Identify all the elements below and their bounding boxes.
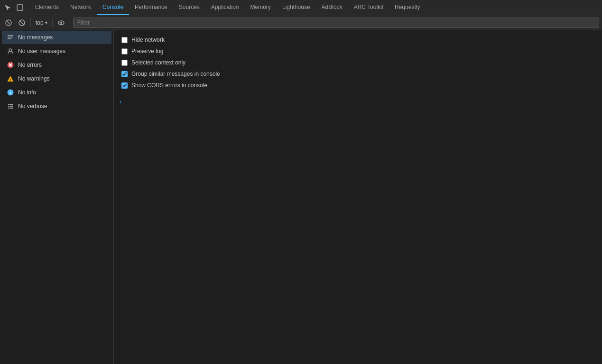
toolbar-sep-2	[52, 18, 53, 27]
option-group-similar[interactable]: Group similar messages in console	[120, 68, 596, 80]
svg-line-2	[7, 21, 10, 24]
sidebar-item-label-verbose: No verbose	[18, 103, 47, 109]
console-prompt-row[interactable]: ›	[114, 95, 602, 108]
option-preserve-log[interactable]: Preserve log	[120, 46, 596, 57]
option-label-show-cors: Show CORS errors in console	[131, 82, 207, 89]
content-panel: Hide network Preserve log Selected conte…	[114, 30, 602, 364]
tab-adblock[interactable]: AdBlock	[316, 0, 348, 15]
checkbox-show-cors[interactable]	[121, 82, 128, 89]
svg-rect-0	[17, 5, 23, 10]
option-label-group-similar: Group similar messages in console	[131, 71, 220, 77]
context-dropdown[interactable]: top ▾	[34, 18, 49, 27]
devtools-cursor-icon[interactable]	[2, 2, 13, 13]
tab-sources[interactable]: Sources	[173, 0, 205, 15]
option-label-selected-context: Selected context only	[131, 59, 185, 66]
toolbar: top ▾	[0, 15, 602, 30]
sidebar-item-label-info: No info	[18, 89, 36, 96]
svg-rect-7	[8, 35, 13, 36]
devtools-inspect-icon[interactable]	[14, 2, 26, 13]
svg-rect-21	[9, 106, 13, 107]
context-dropdown-label: top	[36, 19, 44, 26]
tab-requestly[interactable]: Requestly	[389, 0, 426, 15]
toolbar-sep-1	[30, 18, 31, 27]
sidebar-item-verbose[interactable]: No verbose	[2, 100, 111, 113]
svg-text:i: i	[10, 91, 11, 95]
svg-rect-19	[9, 104, 13, 105]
sidebar-item-user-messages[interactable]: No user messages	[2, 45, 111, 58]
option-label-hide-network: Hide network	[131, 36, 165, 43]
svg-rect-9	[8, 38, 11, 39]
svg-rect-20	[8, 106, 9, 107]
tab-bar: ElementsNetworkConsolePerformanceSources…	[0, 0, 602, 15]
svg-text:!: !	[10, 78, 11, 82]
options-panel: Hide network Preserve log Selected conte…	[114, 30, 602, 95]
option-label-preserve-log: Preserve log	[131, 48, 163, 55]
info-icon: i	[7, 89, 14, 96]
sidebar-item-messages[interactable]: No messages	[2, 31, 111, 44]
sidebar-item-info[interactable]: i No info	[2, 86, 111, 99]
tab-application[interactable]: Application	[205, 0, 245, 15]
checkbox-hide-network[interactable]	[121, 37, 128, 43]
checkbox-preserve-log[interactable]	[121, 48, 128, 55]
ban-icon[interactable]	[16, 17, 28, 28]
sidebar-item-label-user-messages: No user messages	[18, 48, 65, 55]
tab-network[interactable]: Network	[65, 0, 97, 15]
svg-rect-8	[8, 37, 13, 38]
svg-line-4	[20, 20, 24, 25]
tab-bar-icons	[2, 2, 26, 13]
eye-icon[interactable]	[56, 17, 67, 28]
sidebar-item-label-warnings: No warnings	[18, 75, 50, 82]
verbose-icon	[7, 102, 14, 110]
checkbox-group-similar[interactable]	[121, 71, 128, 77]
toolbar-sep-3	[70, 18, 70, 27]
clear-console-button[interactable]	[3, 17, 14, 28]
tab-list: ElementsNetworkConsolePerformanceSources…	[29, 0, 600, 15]
errors-icon	[7, 61, 14, 69]
messages-icon	[7, 34, 14, 41]
option-selected-context[interactable]: Selected context only	[120, 57, 596, 68]
tab-arc-toolkit[interactable]: ARC Toolkit	[348, 0, 389, 15]
sidebar-list: No messages No user messages No errors !…	[0, 31, 113, 113]
sidebar-item-label-errors: No errors	[18, 62, 42, 68]
option-hide-network[interactable]: Hide network	[120, 34, 596, 46]
prompt-chevron-icon: ›	[120, 98, 121, 105]
tab-memory[interactable]: Memory	[245, 0, 277, 15]
svg-point-6	[60, 22, 62, 24]
sidebar: No messages No user messages No errors !…	[0, 30, 114, 364]
svg-rect-23	[9, 108, 13, 109]
tab-performance[interactable]: Performance	[129, 0, 173, 15]
tab-elements[interactable]: Elements	[29, 0, 65, 15]
warnings-icon: !	[7, 75, 14, 82]
main-area: No messages No user messages No errors !…	[0, 30, 602, 364]
svg-rect-22	[8, 108, 9, 109]
svg-rect-18	[8, 104, 9, 105]
sidebar-item-errors[interactable]: No errors	[2, 58, 111, 72]
checkbox-selected-context[interactable]	[121, 60, 128, 66]
sidebar-item-label-messages: No messages	[18, 34, 53, 41]
tab-lighthouse[interactable]: Lighthouse	[277, 0, 316, 15]
option-show-cors[interactable]: Show CORS errors in console	[120, 80, 596, 91]
filter-input[interactable]	[73, 18, 599, 28]
user-messages-icon	[7, 47, 14, 55]
chevron-down-icon: ▾	[45, 20, 47, 25]
options-list: Hide network Preserve log Selected conte…	[120, 34, 596, 91]
sidebar-item-warnings[interactable]: ! No warnings	[2, 72, 111, 85]
tab-console[interactable]: Console	[97, 0, 129, 15]
